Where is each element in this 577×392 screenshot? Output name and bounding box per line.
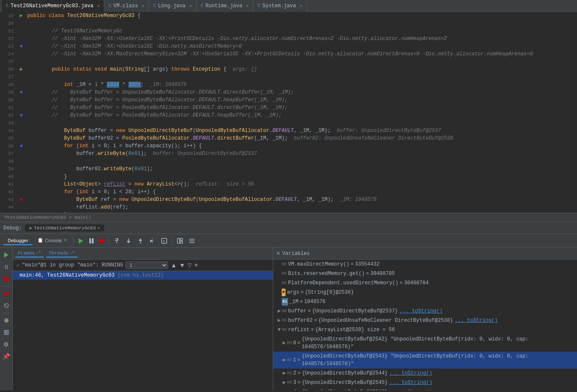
code-line-31: 31 // ByteBuf buffer = PooledByteBufAllo… [0, 104, 577, 112]
svg-rect-2 [92, 238, 94, 243]
toolbar-sep1 [73, 237, 74, 245]
settings-layout-icon [189, 237, 195, 244]
var-item-7-2[interactable]: ▶ oo 2 = {UnpooledDirectByteBuf@2544} ..… [273, 369, 577, 378]
breadcrumb-text: Test26NativeMemoryGc03 > main() [4, 215, 91, 220]
side-sep2 [2, 313, 11, 313]
tab-long[interactable]: C Long.java ✕ [149, 0, 197, 12]
restore-layout-icon [177, 237, 183, 244]
debug-tab-main[interactable]: ▶ Test26NativeMemoryGc03 ✕ [25, 224, 104, 232]
side-grid-btn[interactable] [1, 327, 12, 338]
var-item-7-1[interactable]: ▶ oo 1 = {UnpooledDirectByteBuf@2543} "U… [273, 352, 577, 369]
stop-btn[interactable] [97, 237, 106, 244]
debug-tab-icon: ▶ [29, 225, 32, 231]
code-line-26: 26 ▶ public static void main(String[] ar… [0, 66, 577, 73]
svg-line-25 [5, 304, 8, 307]
tab-vm[interactable]: C VM.class ✕ [104, 0, 149, 12]
tab-system[interactable]: C System.java ✕ [253, 0, 307, 12]
tab-label-vm: VM.class [114, 3, 138, 9]
step-into-icon [125, 237, 132, 244]
side-mute-btn[interactable] [1, 300, 12, 311]
step-over-btn[interactable] [111, 237, 122, 245]
tab-icon-system: C [257, 3, 260, 8]
console-icon: 📋 [37, 237, 43, 243]
tab-close-system[interactable]: ✕ [300, 3, 303, 9]
eval-icon: ≡ [161, 237, 168, 244]
svg-marker-0 [79, 238, 83, 243]
bp-29: ◉ [20, 89, 23, 96]
var-item-5[interactable]: ▶ oo buffer = {UnpooledDirectByteBuf@253… [273, 306, 577, 316]
thread-add[interactable]: + [194, 261, 198, 269]
side-snapshot-btn[interactable] [1, 315, 12, 326]
side-resume-btn[interactable] [1, 249, 12, 260]
var-item-4[interactable]: 01 _1M = 1048576 [273, 297, 577, 306]
step-into-btn[interactable] [123, 237, 134, 245]
step-out-btn[interactable] [135, 237, 146, 245]
thread-filter[interactable]: ▽ [188, 262, 191, 268]
thread-nav-down[interactable]: ▼ [179, 262, 185, 269]
thread-dropdown[interactable]: 1 [126, 261, 168, 269]
code-line-36: 36 ◉ for (int i = 0; i < buffer.capacity… [0, 142, 577, 150]
svg-marker-8 [127, 241, 130, 243]
code-line-43: 43 ● ByteBuf ref = new UnpooledDirectByt… [0, 196, 577, 203]
run-arrow-26: ▶ [20, 66, 23, 73]
pause-btn[interactable] [87, 237, 96, 245]
tab-runtime[interactable]: C Runtime.java ✕ [197, 0, 253, 12]
svg-rect-30 [4, 333, 6, 335]
variables-title: Variables [282, 251, 310, 257]
code-line-22: 22 // -Xint -Xmx32M -XX:+UseSerialGC -XX… [0, 35, 577, 43]
side-pin-btn[interactable]: 📌 [1, 351, 12, 362]
frames-tab[interactable]: Frames →* [15, 250, 44, 258]
tab-close-vm[interactable]: ✕ [142, 3, 144, 9]
var-item-7-4[interactable]: ▶ oo 4 = {UnpooledDirectByteBuf@2546} ..… [273, 387, 577, 390]
code-line-24: 24 // -Xint -Xmx32M -XX:MaxDirectMemoryS… [0, 50, 577, 58]
thread-check: ✓ [16, 262, 20, 269]
debugger-tab-btn[interactable]: Debugger [3, 237, 32, 245]
run-to-cursor-btn[interactable] [147, 237, 158, 245]
side-gear-btn[interactable]: ⚙ [1, 339, 12, 350]
threads-arrow: →* [70, 251, 75, 255]
var-item-6[interactable]: ▶ oo buffer02 = {UnpooledUnsafeNoCleaner… [273, 316, 577, 325]
code-line-45: 45 } [0, 211, 577, 213]
side-grid-icon [4, 330, 9, 335]
settings-layout-btn[interactable] [186, 237, 197, 245]
code-line-44: 44 refList.add(ref); [0, 203, 577, 211]
var-item-1[interactable]: oo Bits.reservedMemory.get() = 30408705 [273, 269, 577, 278]
resume-icon [78, 238, 84, 244]
tab-close-test26[interactable]: ✕ [97, 3, 100, 9]
threads-tab[interactable]: Threads →* [46, 250, 77, 258]
side-stop-icon [4, 276, 9, 281]
tab-label-runtime: Runtime.java [206, 3, 242, 9]
var-item-3[interactable]: P args = {String[0]@2536} [273, 288, 577, 297]
tab-close-runtime[interactable]: ✕ [246, 3, 249, 9]
breadcrumb: Test26NativeMemoryGc03 > main() [0, 213, 577, 222]
debug-tab-close[interactable]: ✕ [97, 226, 100, 231]
thread-nav-up[interactable]: ▲ [171, 262, 177, 269]
tab-close-long[interactable]: ✕ [189, 3, 192, 9]
console-tab-btn[interactable]: 📋 Console ✕ [33, 236, 71, 245]
svg-rect-29 [7, 330, 9, 332]
svg-rect-17 [180, 241, 183, 243]
side-breakpoint-btn[interactable] [1, 288, 12, 299]
debug-toolbar: Debugger 📋 Console ✕ [0, 234, 577, 248]
frame-package: (com.hx.test12) [117, 272, 163, 278]
var-item-0[interactable]: oo VM.maxDirectMemory() = 33554432 [273, 260, 577, 269]
run-to-cursor-icon [149, 237, 156, 244]
code-line-38: 38 [0, 157, 577, 165]
side-pause-btn[interactable]: ⏸ [1, 261, 12, 272]
code-line-27: 27 [0, 73, 577, 81]
var-item-7[interactable]: ▼ oo refList = {ArrayList@2539} size = 5… [273, 325, 577, 335]
tab-test26[interactable]: C Test26NativeMemoryGc03.java ✕ [2, 0, 104, 12]
code-lines: 19 ▶ public class Test26NativeMemoryGc03… [0, 12, 577, 213]
var-item-7-0[interactable]: ▶ oo 0 = {UnpooledDirectByteBuf@2542} "U… [273, 335, 577, 352]
frames-scrollbar[interactable] [268, 280, 273, 390]
resume-btn[interactable] [76, 237, 86, 245]
side-mute-icon [4, 303, 9, 308]
console-close[interactable]: ✕ [63, 238, 67, 243]
side-stop-btn[interactable] [1, 273, 12, 284]
frame-item-0[interactable]: main:48, Test26NativeMemoryGc03 (com.hx.… [13, 271, 273, 280]
var-item-7-3[interactable]: ▶ oo 3 = {UnpooledDirectByteBuf@2545} ..… [273, 378, 577, 387]
bp-23: ◉ [20, 43, 23, 50]
var-item-2[interactable]: oo PlatformDependent.usedDirectMemory() … [273, 278, 577, 288]
eval-btn[interactable]: ≡ [159, 237, 170, 245]
restore-layout-btn[interactable] [174, 237, 186, 245]
